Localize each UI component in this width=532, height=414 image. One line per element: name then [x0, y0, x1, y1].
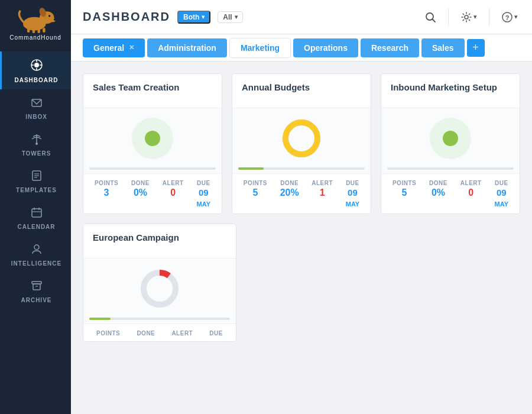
- card-european-campaign: European Campaign POINTS: [83, 224, 236, 342]
- svg-rect-23: [32, 209, 41, 217]
- svg-rect-7: [33, 29, 35, 33]
- svg-point-11: [34, 63, 39, 67]
- tab-sales[interactable]: Sales: [421, 38, 465, 57]
- progress-bar-sales: [89, 167, 216, 170]
- stat-value-due-sales: 09MAY: [197, 187, 210, 209]
- svg-rect-29: [33, 284, 40, 290]
- card-title-european: European Campaign: [93, 232, 179, 242]
- svg-point-33: [465, 15, 468, 19]
- svg-point-18: [35, 143, 38, 145]
- templates-icon: [31, 170, 43, 185]
- stat-points-budgets: POINTS 5: [244, 180, 267, 209]
- stat-done-european: DONE: [137, 330, 155, 337]
- settings-chevron-icon: ▾: [473, 13, 477, 21]
- svg-point-27: [34, 245, 39, 250]
- tab-administration[interactable]: Administration: [147, 38, 227, 57]
- gear-icon: [460, 11, 472, 23]
- inbox-icon: [31, 96, 43, 111]
- sidebar-item-label-intelligence: INTELLIGENCE: [11, 260, 61, 267]
- sidebar-item-intelligence[interactable]: INTELLIGENCE: [0, 236, 71, 273]
- stat-points-european: POINTS: [96, 330, 120, 337]
- archive-icon: [31, 280, 43, 295]
- progress-bar-inbound: [387, 167, 514, 170]
- card-annual-budgets: Annual Budgets POINTS: [232, 73, 371, 214]
- brand-name: CommandHound: [9, 34, 61, 41]
- stat-alert-inbound: ALERT 0: [460, 180, 482, 209]
- svg-rect-8: [37, 29, 40, 33]
- settings-button[interactable]: ▾: [458, 9, 479, 25]
- search-icon: [424, 11, 436, 23]
- tab-operations[interactable]: Operations: [293, 38, 358, 57]
- sidebar-item-label-inbox: INBOX: [25, 114, 47, 120]
- sidebar-item-label-templates: TEMPLATES: [16, 187, 57, 193]
- stat-value-points-sales: 3: [104, 187, 109, 198]
- sidebar-item-archive[interactable]: ARCHIVE: [0, 273, 71, 309]
- donut-european: [139, 268, 180, 309]
- card-sales-team-creation: Sales Team Creation POINTS 3: [83, 73, 222, 214]
- tab-close-icon[interactable]: ✕: [129, 44, 134, 51]
- sidebar-item-label-calendar: CALENDAR: [17, 224, 55, 230]
- stat-label-alert-sales: ALERT: [163, 180, 184, 186]
- green-dot-inbound: [443, 131, 458, 146]
- page-title: DASHBOARD: [83, 10, 170, 24]
- card-title-sales: Sales Team Creation: [93, 82, 179, 92]
- donut-budgets: [281, 118, 322, 159]
- sidebar-item-towers[interactable]: TOWERS: [0, 126, 71, 163]
- card-inbound-marketing: Inbound Marketing Setup POINTS 5: [381, 73, 520, 214]
- sidebar-item-label-towers: TOWERS: [22, 150, 51, 157]
- card-stats-budgets: POINTS 5 DONE 20% ALERT 1 DUE 09MAY: [232, 173, 371, 214]
- stat-due-budgets: DUE 09MAY: [346, 180, 359, 209]
- status-circle-inbound: [430, 118, 471, 159]
- sidebar-item-dashboard[interactable]: DASHBOARD: [0, 51, 71, 89]
- both-filter-button[interactable]: Both ▾: [177, 11, 210, 24]
- content-area: Sales Team Creation POINTS 3: [71, 62, 532, 414]
- stat-value-done-sales: 0%: [134, 187, 147, 198]
- sidebar-item-label-archive: ARCHIVE: [21, 297, 51, 303]
- cards-row-1: Sales Team Creation POINTS 3: [83, 73, 520, 214]
- stat-due-european: DUE: [209, 330, 223, 337]
- sidebar-navigation: DASHBOARD INBOX TOWERS TEMPLATES: [0, 51, 71, 309]
- svg-rect-6: [27, 28, 30, 33]
- tab-marketing[interactable]: Marketing: [229, 38, 291, 58]
- calendar-icon: [31, 206, 43, 221]
- card-stats-sales: POINTS 3 DONE 0% ALERT 0 DUE 09MAY: [83, 173, 222, 214]
- all-filter-button[interactable]: All ▾: [218, 11, 242, 23]
- tab-general[interactable]: General ✕: [83, 38, 145, 57]
- cards-row-2: European Campaign POINTS: [83, 224, 520, 342]
- card-title-inbound: Inbound Marketing Setup: [391, 82, 497, 92]
- card-body-sales: [83, 108, 222, 165]
- status-circle-sales: [132, 118, 173, 159]
- card-body-inbound: [381, 108, 520, 165]
- stat-points-sales: POINTS 3: [95, 180, 118, 209]
- card-title-budgets: Annual Budgets: [242, 82, 310, 92]
- stat-label-points-sales: POINTS: [95, 180, 118, 186]
- header-right: ▾ ? ▾: [422, 8, 520, 26]
- stat-alert-european: ALERT: [171, 330, 193, 337]
- tab-add-button[interactable]: +: [467, 39, 485, 57]
- header-divider-2: [489, 8, 489, 26]
- card-body-european: [83, 258, 236, 315]
- all-chevron-icon: ▾: [235, 14, 238, 20]
- help-button[interactable]: ? ▾: [499, 9, 520, 25]
- help-chevron-icon: ▾: [514, 13, 518, 21]
- stat-due-sales: DUE 09MAY: [197, 180, 210, 209]
- header-left: DASHBOARD Both ▾ All ▾: [83, 10, 243, 24]
- tab-research[interactable]: Research: [361, 38, 419, 57]
- towers-icon: [31, 133, 43, 148]
- svg-point-38: [144, 273, 176, 305]
- svg-text:?: ?: [505, 14, 510, 21]
- card-header-sales: Sales Team Creation: [83, 74, 222, 108]
- sidebar-item-templates[interactable]: TEMPLATES: [0, 163, 71, 199]
- stat-value-alert-sales: 0: [170, 187, 176, 198]
- stat-done-inbound: DONE 0%: [429, 180, 447, 209]
- svg-rect-9: [43, 28, 45, 33]
- sidebar-item-label-dashboard: DASHBOARD: [15, 77, 59, 83]
- sidebar-item-inbox[interactable]: INBOX: [0, 89, 71, 126]
- stat-done-sales: DONE 0%: [131, 180, 150, 209]
- green-dot-sales: [145, 131, 160, 146]
- sidebar-item-calendar[interactable]: CALENDAR: [0, 199, 71, 236]
- svg-line-32: [433, 19, 436, 22]
- sidebar: CommandHound DASHBOARD INBOX TOWERS: [0, 0, 71, 414]
- progress-bar-european: [89, 318, 230, 320]
- search-button[interactable]: [422, 9, 439, 25]
